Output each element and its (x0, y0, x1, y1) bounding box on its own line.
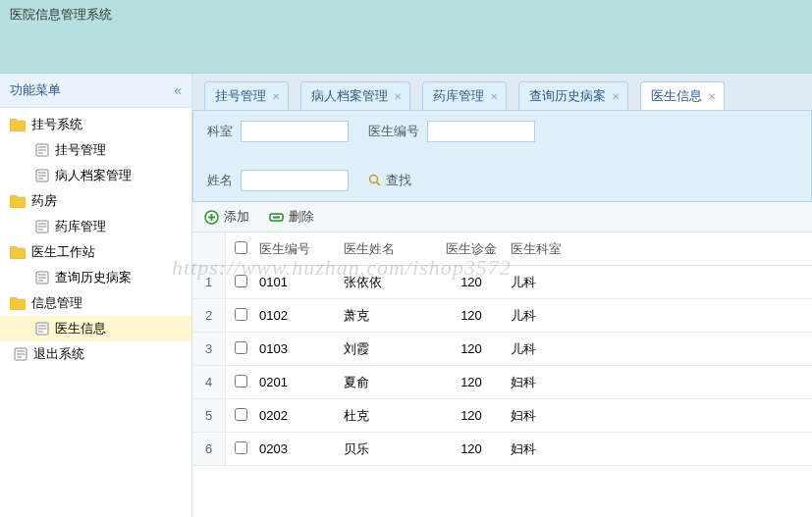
col-header-checkbox[interactable] (226, 241, 255, 257)
tree-node-医生信息[interactable]: 医生信息 (0, 316, 191, 341)
tree-node-医生工作站[interactable]: 医生工作站 (0, 239, 191, 265)
table-row[interactable]: 60203贝乐120妇科 (192, 433, 812, 466)
tree-node-挂号系统[interactable]: 挂号系统 (0, 112, 191, 137)
cell-checkbox[interactable] (226, 275, 255, 290)
search-label: 查找 (386, 172, 411, 189)
tab-close-icon[interactable]: ✕ (708, 91, 716, 102)
tree-node-病人档案管理[interactable]: 病人档案管理 (0, 163, 191, 188)
tree-node-药库管理[interactable]: 药库管理 (0, 214, 191, 239)
cell-index: 3 (192, 333, 226, 365)
tree-label: 挂号系统 (31, 116, 82, 133)
filter-name-label: 姓名 (207, 172, 233, 189)
tree-label: 药房 (31, 192, 57, 210)
cell-checkbox[interactable] (226, 341, 255, 357)
cell-checkbox[interactable] (226, 375, 255, 390)
col-header-index (192, 233, 226, 265)
sidebar-collapse-icon[interactable]: « (174, 82, 182, 98)
tree-node-查询历史病案[interactable]: 查询历史病案 (0, 265, 191, 290)
cell-code: 0101 (255, 275, 344, 289)
app-header: 医院信息管理系统 (0, 0, 812, 74)
file-icon (14, 347, 27, 361)
filter-bar: 科室 医生编号 姓名 查找 (192, 110, 812, 202)
tab-label: 挂号管理 (215, 87, 266, 105)
table-row[interactable]: 40201夏俞120妇科 (192, 366, 812, 399)
cell-dept: 妇科 (511, 440, 609, 458)
cell-checkbox[interactable] (226, 408, 255, 424)
cell-dept: 妇科 (511, 407, 609, 425)
tab-病人档案管理[interactable]: 病人档案管理✕ (300, 81, 410, 110)
search-button[interactable]: 查找 (368, 172, 411, 189)
tree-label: 药库管理 (55, 218, 106, 235)
grid-toolbar: 添加 删除 (192, 202, 812, 233)
delete-label: 删除 (289, 208, 314, 226)
filter-dept-label: 科室 (207, 123, 233, 140)
tree-label: 挂号管理 (55, 141, 106, 159)
cell-fee: 120 (432, 341, 511, 356)
folder-icon (10, 246, 26, 259)
tree-label: 查询历史病案 (55, 269, 132, 286)
tab-bar: 挂号管理✕病人档案管理✕药库管理✕查询历史病案✕医生信息✕ (192, 74, 812, 110)
cell-code: 0203 (255, 441, 344, 456)
filter-code-input[interactable] (427, 121, 535, 142)
col-header-fee[interactable]: 医生诊金 (432, 240, 511, 258)
filter-code-label: 医生编号 (368, 123, 419, 140)
tree-node-药房[interactable]: 药房 (0, 188, 191, 214)
cell-checkbox[interactable] (226, 441, 255, 457)
filter-dept-input[interactable] (241, 121, 349, 142)
add-button[interactable]: 添加 (204, 208, 249, 226)
cell-code: 0102 (255, 308, 344, 323)
add-icon (204, 210, 219, 225)
tree-node-退出系统[interactable]: 退出系统 (0, 341, 191, 367)
tab-label: 查询历史病案 (529, 87, 606, 105)
tab-label: 药库管理 (433, 87, 484, 105)
cell-index: 4 (192, 366, 226, 398)
add-label: 添加 (224, 208, 249, 226)
tree-node-信息管理[interactable]: 信息管理 (0, 290, 191, 316)
cell-name: 贝乐 (344, 440, 432, 458)
folder-icon (10, 119, 26, 131)
cell-code: 0201 (255, 375, 344, 389)
tree-label: 医生工作站 (31, 243, 95, 261)
tab-查询历史病案[interactable]: 查询历史病案✕ (518, 81, 628, 110)
app-title: 医院信息管理系统 (10, 7, 112, 22)
cell-fee: 120 (432, 441, 511, 456)
file-icon (35, 220, 49, 233)
tree-label: 医生信息 (55, 320, 106, 337)
tree-node-挂号管理[interactable]: 挂号管理 (0, 137, 191, 163)
tab-医生信息[interactable]: 医生信息✕ (640, 81, 725, 110)
cell-index: 1 (192, 266, 226, 298)
filter-name-input[interactable] (241, 170, 349, 191)
tab-close-icon[interactable]: ✕ (490, 91, 498, 102)
tab-close-icon[interactable]: ✕ (612, 91, 620, 102)
table-row[interactable]: 50202杜克120妇科 (192, 399, 812, 433)
cell-fee: 120 (432, 275, 511, 289)
col-header-dept[interactable]: 医生科室 (511, 240, 609, 258)
delete-icon (269, 210, 284, 225)
cell-dept: 儿科 (511, 340, 609, 358)
delete-button[interactable]: 删除 (269, 208, 314, 226)
tab-close-icon[interactable]: ✕ (394, 91, 402, 102)
sidebar: 功能菜单 « 挂号系统挂号管理病人档案管理药房药库管理医生工作站查询历史病案信息… (0, 74, 192, 517)
col-header-code[interactable]: 医生编号 (255, 240, 344, 258)
tab-label: 医生信息 (651, 87, 702, 105)
cell-dept: 儿科 (511, 307, 609, 325)
cell-fee: 120 (432, 308, 511, 323)
tab-label: 病人档案管理 (311, 87, 388, 105)
sidebar-title: 功能菜单 (10, 81, 61, 99)
table-row[interactable]: 10101张依依120儿科 (192, 266, 812, 299)
tab-close-icon[interactable]: ✕ (272, 91, 280, 102)
cell-name: 张依依 (344, 274, 432, 291)
cell-name: 杜克 (344, 407, 432, 425)
tab-药库管理[interactable]: 药库管理✕ (422, 81, 507, 110)
main-panel: 挂号管理✕病人档案管理✕药库管理✕查询历史病案✕医生信息✕ 科室 医生编号 姓名… (192, 74, 812, 517)
cell-fee: 120 (432, 375, 511, 389)
search-icon (368, 174, 382, 187)
col-header-name[interactable]: 医生姓名 (344, 240, 432, 258)
tab-挂号管理[interactable]: 挂号管理✕ (204, 81, 289, 110)
cell-checkbox[interactable] (226, 308, 255, 324)
cell-name: 刘霞 (344, 340, 432, 358)
cell-code: 0103 (255, 341, 344, 356)
table-row[interactable]: 20102萧克120儿科 (192, 299, 812, 333)
table-row[interactable]: 30103刘霞120儿科 (192, 333, 812, 366)
data-grid: 医生编号 医生姓名 医生诊金 医生科室 10101张依依120儿科20102萧克… (192, 233, 812, 517)
